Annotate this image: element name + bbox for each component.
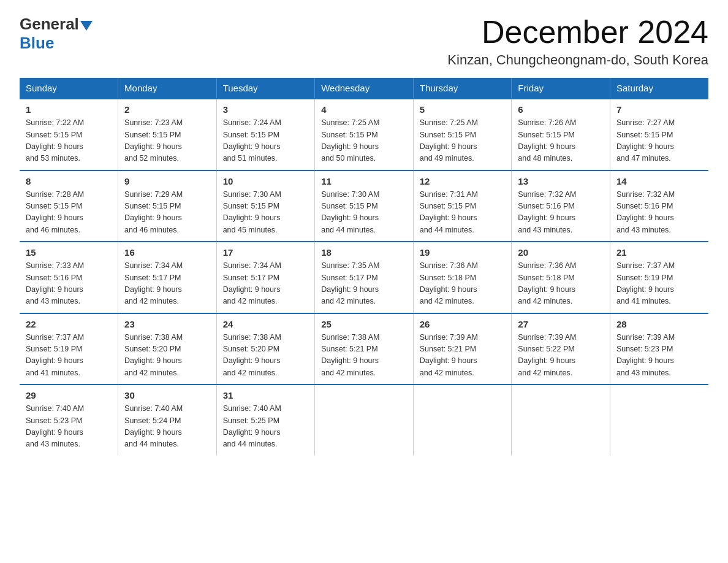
day-number: 6 — [518, 104, 604, 115]
day-info: Sunrise: 7:22 AMSunset: 5:15 PMDaylight:… — [26, 117, 112, 165]
day-number: 4 — [321, 104, 407, 115]
weekday-header-friday: Friday — [512, 78, 610, 99]
calendar-cell — [315, 385, 414, 456]
day-info: Sunrise: 7:25 AMSunset: 5:15 PMDaylight:… — [321, 117, 407, 165]
calendar-cell: 26Sunrise: 7:39 AMSunset: 5:21 PMDayligh… — [413, 313, 512, 385]
calendar-cell: 15Sunrise: 7:33 AMSunset: 5:16 PMDayligh… — [20, 242, 118, 313]
day-info: Sunrise: 7:34 AMSunset: 5:17 PMDaylight:… — [223, 260, 309, 308]
title-area: December 2024 Kinzan, Chungcheongnam-do,… — [447, 15, 708, 68]
weekday-header-saturday: Saturday — [610, 78, 708, 99]
calendar-cell: 17Sunrise: 7:34 AMSunset: 5:17 PMDayligh… — [216, 242, 315, 313]
month-title: December 2024 — [447, 15, 708, 50]
day-info: Sunrise: 7:23 AMSunset: 5:15 PMDaylight:… — [124, 117, 210, 165]
day-number: 1 — [26, 104, 112, 115]
day-info: Sunrise: 7:32 AMSunset: 5:16 PMDaylight:… — [518, 189, 604, 237]
day-number: 15 — [26, 247, 112, 258]
day-info: Sunrise: 7:24 AMSunset: 5:15 PMDaylight:… — [223, 117, 309, 165]
day-number: 3 — [223, 104, 309, 115]
day-number: 30 — [124, 390, 210, 400]
calendar-cell: 22Sunrise: 7:37 AMSunset: 5:19 PMDayligh… — [20, 313, 118, 385]
day-number: 13 — [518, 176, 604, 186]
weekday-header-thursday: Thursday — [413, 78, 512, 99]
weekday-header-monday: Monday — [118, 78, 217, 99]
day-number: 21 — [616, 247, 702, 258]
day-number: 26 — [420, 319, 506, 329]
calendar-cell: 27Sunrise: 7:39 AMSunset: 5:22 PMDayligh… — [512, 313, 610, 385]
day-info: Sunrise: 7:40 AMSunset: 5:23 PMDaylight:… — [26, 403, 112, 451]
calendar-cell: 19Sunrise: 7:36 AMSunset: 5:18 PMDayligh… — [413, 242, 512, 313]
day-info: Sunrise: 7:32 AMSunset: 5:16 PMDaylight:… — [616, 189, 702, 237]
calendar-table: SundayMondayTuesdayWednesdayThursdayFrid… — [20, 78, 708, 456]
day-info: Sunrise: 7:30 AMSunset: 5:15 PMDaylight:… — [223, 189, 309, 237]
day-number: 7 — [616, 104, 702, 115]
day-info: Sunrise: 7:37 AMSunset: 5:19 PMDaylight:… — [616, 260, 702, 308]
calendar-cell: 14Sunrise: 7:32 AMSunset: 5:16 PMDayligh… — [610, 170, 708, 242]
calendar-cell — [610, 385, 708, 456]
calendar-week-row: 1Sunrise: 7:22 AMSunset: 5:15 PMDaylight… — [20, 99, 708, 170]
calendar-cell: 31Sunrise: 7:40 AMSunset: 5:25 PMDayligh… — [216, 385, 315, 456]
logo-arrow-icon — [80, 21, 93, 31]
calendar-cell: 8Sunrise: 7:28 AMSunset: 5:15 PMDaylight… — [20, 170, 118, 242]
day-info: Sunrise: 7:36 AMSunset: 5:18 PMDaylight:… — [518, 260, 604, 308]
location-title: Kinzan, Chungcheongnam-do, South Korea — [447, 52, 708, 68]
calendar-cell: 20Sunrise: 7:36 AMSunset: 5:18 PMDayligh… — [512, 242, 610, 313]
day-number: 27 — [518, 319, 604, 329]
day-info: Sunrise: 7:40 AMSunset: 5:25 PMDaylight:… — [223, 403, 309, 451]
calendar-week-row: 8Sunrise: 7:28 AMSunset: 5:15 PMDaylight… — [20, 170, 708, 242]
day-number: 8 — [26, 176, 112, 186]
calendar-cell: 18Sunrise: 7:35 AMSunset: 5:17 PMDayligh… — [315, 242, 414, 313]
day-number: 19 — [420, 247, 506, 258]
day-info: Sunrise: 7:39 AMSunset: 5:23 PMDaylight:… — [616, 332, 702, 380]
day-info: Sunrise: 7:39 AMSunset: 5:22 PMDaylight:… — [518, 332, 604, 380]
day-number: 11 — [321, 176, 407, 186]
calendar-week-row: 29Sunrise: 7:40 AMSunset: 5:23 PMDayligh… — [20, 385, 708, 456]
calendar-cell — [413, 385, 512, 456]
logo-blue-text: Blue — [20, 34, 54, 52]
weekday-header-tuesday: Tuesday — [216, 78, 315, 99]
weekday-header-wednesday: Wednesday — [315, 78, 414, 99]
day-info: Sunrise: 7:39 AMSunset: 5:21 PMDaylight:… — [420, 332, 506, 380]
calendar-cell: 12Sunrise: 7:31 AMSunset: 5:15 PMDayligh… — [413, 170, 512, 242]
logo: General Blue — [20, 15, 94, 53]
calendar-header: SundayMondayTuesdayWednesdayThursdayFrid… — [20, 78, 708, 99]
day-number: 2 — [124, 104, 210, 115]
calendar-cell: 7Sunrise: 7:27 AMSunset: 5:15 PMDaylight… — [610, 99, 708, 170]
calendar-cell: 30Sunrise: 7:40 AMSunset: 5:24 PMDayligh… — [118, 385, 217, 456]
day-info: Sunrise: 7:28 AMSunset: 5:15 PMDaylight:… — [26, 189, 112, 237]
day-number: 12 — [420, 176, 506, 186]
day-number: 17 — [223, 247, 309, 258]
calendar-cell: 13Sunrise: 7:32 AMSunset: 5:16 PMDayligh… — [512, 170, 610, 242]
day-number: 31 — [223, 390, 309, 400]
calendar-cell: 21Sunrise: 7:37 AMSunset: 5:19 PMDayligh… — [610, 242, 708, 313]
page-header: General Blue December 2024 Kinzan, Chung… — [20, 15, 708, 68]
calendar-cell — [512, 385, 610, 456]
day-info: Sunrise: 7:38 AMSunset: 5:21 PMDaylight:… — [321, 332, 407, 380]
calendar-cell: 6Sunrise: 7:26 AMSunset: 5:15 PMDaylight… — [512, 99, 610, 170]
day-number: 10 — [223, 176, 309, 186]
day-number: 18 — [321, 247, 407, 258]
day-info: Sunrise: 7:40 AMSunset: 5:24 PMDaylight:… — [124, 403, 210, 451]
calendar-cell: 2Sunrise: 7:23 AMSunset: 5:15 PMDaylight… — [118, 99, 217, 170]
day-number: 20 — [518, 247, 604, 258]
calendar-cell: 23Sunrise: 7:38 AMSunset: 5:20 PMDayligh… — [118, 313, 217, 385]
day-info: Sunrise: 7:35 AMSunset: 5:17 PMDaylight:… — [321, 260, 407, 308]
calendar-cell: 16Sunrise: 7:34 AMSunset: 5:17 PMDayligh… — [118, 242, 217, 313]
day-number: 25 — [321, 319, 407, 329]
day-info: Sunrise: 7:30 AMSunset: 5:15 PMDaylight:… — [321, 189, 407, 237]
day-info: Sunrise: 7:26 AMSunset: 5:15 PMDaylight:… — [518, 117, 604, 165]
day-number: 29 — [26, 390, 112, 400]
calendar-cell: 24Sunrise: 7:38 AMSunset: 5:20 PMDayligh… — [216, 313, 315, 385]
calendar-cell: 25Sunrise: 7:38 AMSunset: 5:21 PMDayligh… — [315, 313, 414, 385]
weekday-header-sunday: Sunday — [20, 78, 118, 99]
day-number: 5 — [420, 104, 506, 115]
calendar-cell: 9Sunrise: 7:29 AMSunset: 5:15 PMDaylight… — [118, 170, 217, 242]
day-info: Sunrise: 7:31 AMSunset: 5:15 PMDaylight:… — [420, 189, 506, 237]
day-info: Sunrise: 7:38 AMSunset: 5:20 PMDaylight:… — [223, 332, 309, 380]
calendar-cell: 1Sunrise: 7:22 AMSunset: 5:15 PMDaylight… — [20, 99, 118, 170]
day-info: Sunrise: 7:27 AMSunset: 5:15 PMDaylight:… — [616, 117, 702, 165]
day-info: Sunrise: 7:38 AMSunset: 5:20 PMDaylight:… — [124, 332, 210, 380]
day-number: 23 — [124, 319, 210, 329]
day-number: 28 — [616, 319, 702, 329]
calendar-week-row: 15Sunrise: 7:33 AMSunset: 5:16 PMDayligh… — [20, 242, 708, 313]
calendar-cell: 5Sunrise: 7:25 AMSunset: 5:15 PMDaylight… — [413, 99, 512, 170]
